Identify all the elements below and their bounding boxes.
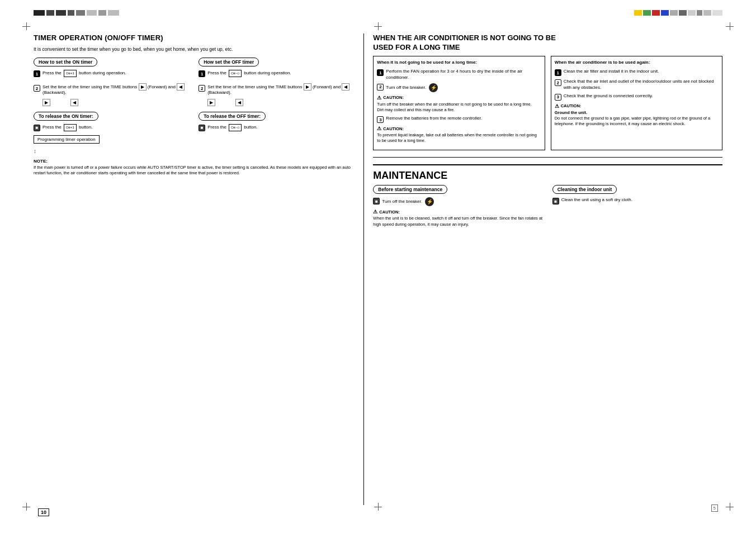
on-release-header: To release the ON timer: xyxy=(34,112,98,121)
before-maint-step1-text: Turn off the breaker. ⚡ xyxy=(382,197,434,206)
left-column: TIMER OPERATION (ON/OFF TIMER) It is con… xyxy=(34,34,364,505)
crosshair-tr xyxy=(726,22,734,30)
timer-subtitle: It is convenient to set the timer when y… xyxy=(34,46,355,52)
crosshair-br xyxy=(726,503,734,511)
used-again-step3: 3 Check that the ground is connected cor… xyxy=(555,93,719,101)
timer-columns: How to set the ON timer 1 Press the ○e+1… xyxy=(34,58,355,154)
off-step2-text: Set the time of the timer using the TIME… xyxy=(207,84,355,96)
before-maint-step1: ■ Turn off the breaker. ⚡ xyxy=(373,197,543,206)
on-step2-num: 2 xyxy=(34,85,40,92)
not-used-caution1-label: ⚠ CAUTION: xyxy=(377,95,541,101)
off-release-header: To release the OFF timer: xyxy=(199,112,266,121)
on-timer-column: How to set the ON timer 1 Press the ○e+1… xyxy=(34,58,190,154)
caution-triangle-4: ⚠ xyxy=(373,209,377,215)
not-used-step2-num: 2 xyxy=(377,84,384,91)
before-maint-step1-num: ■ xyxy=(373,198,380,204)
not-used-caution1-text: Turn off the breaker when the air condit… xyxy=(377,102,541,113)
used-again-header: When the air conditioner is to be used a… xyxy=(555,60,719,65)
on-fwd-arrow: ▶ xyxy=(139,83,147,91)
used-again-box: When the air conditioner is to be used a… xyxy=(551,56,722,151)
prog-icon: ↕ xyxy=(34,148,190,154)
on-release-step: ■ Press the ○e+1 button. xyxy=(34,124,190,131)
note-text: If the main power is turned off or a pow… xyxy=(34,165,355,177)
not-used-step2: 2 Turn off the breaker. ⚡ xyxy=(377,83,541,92)
on-step1-num: 1 xyxy=(34,70,40,77)
used-again-step1-num: 1 xyxy=(555,69,561,76)
cleaning-step1-num: ■ xyxy=(552,198,559,204)
main-content: TIMER OPERATION (ON/OFF TIMER) It is con… xyxy=(34,34,722,505)
on-release-text: Press the ○e+1 button. xyxy=(42,124,92,131)
right-top-boxes: When it is not going to be used for a lo… xyxy=(373,56,722,158)
maintenance-title: MAINTENANCE xyxy=(373,170,722,182)
used-again-step3-text: Check that the ground is connected corre… xyxy=(564,93,653,99)
not-used-caution1: ⚠ CAUTION: Turn off the breaker when the… xyxy=(377,95,541,113)
off-release-num: ■ xyxy=(199,125,205,131)
before-maintenance-header: Before starting maintenance xyxy=(373,185,447,194)
top-bar-right xyxy=(634,10,722,16)
on-step2-text: Set the time of the timer using the TIME… xyxy=(42,84,190,96)
crosshair-center-top xyxy=(374,22,382,30)
off-fwd-arrow: ▶ xyxy=(304,83,311,91)
not-used-caution2-text: To prevent liquid leakage, take out all … xyxy=(377,132,541,144)
caution-triangle-3: ⚠ xyxy=(555,103,559,109)
not-used-step1: 1 Perform the FAN operation for 3 or 4 h… xyxy=(377,69,541,80)
used-again-caution-label: ⚠ CAUTION: xyxy=(555,103,719,109)
on-fwd-icon: ▶ xyxy=(42,99,50,106)
off-release-btn: ○e-○ xyxy=(229,124,242,131)
note-label: NOTE: xyxy=(34,159,355,164)
off-arrow-icons: ▶ ◀ xyxy=(207,99,355,106)
not-used-header: When it is not going to be used for a lo… xyxy=(377,60,541,65)
maintenance-columns: Before starting maintenance ■ Turn off t… xyxy=(373,185,722,230)
off-timer-column: How set the OFF timer 1 Press the ○e-○ b… xyxy=(199,58,355,154)
crosshair-tl xyxy=(22,22,30,30)
not-used-step1-num: 1 xyxy=(377,69,384,76)
off-bwd-arrow: ◀ xyxy=(342,83,349,91)
before-maint-caution-label: ⚠ CAUTION: xyxy=(373,209,543,215)
cleaning-step1: ■ Clean the unit using a soft dry cloth. xyxy=(552,197,722,204)
not-used-step3-text: Remove the batteries from the remote con… xyxy=(386,116,482,121)
maintenance-divider xyxy=(373,164,722,165)
end-marker: 5 xyxy=(711,505,718,512)
not-used-caution2-label: ⚠ CAUTION: xyxy=(377,126,541,131)
on-timer-header: How to set the ON timer xyxy=(34,58,97,66)
cleaning-col: Cleaning the indoor unit ■ Clean the uni… xyxy=(552,185,722,230)
on-arrow-icons: ▶ ◀ xyxy=(42,99,190,106)
used-again-caution: ⚠ CAUTION: Ground the unit. Do not conne… xyxy=(555,103,719,127)
used-again-step2-text: Check that the air inlet and outlet of t… xyxy=(564,79,719,91)
not-used-step3: 3 Remove the batteries from the remote c… xyxy=(377,116,541,123)
on-step2: 2 Set the time of the timer using the TI… xyxy=(34,84,190,96)
caution-triangle-2: ⚠ xyxy=(377,126,381,131)
before-maint-caution: ⚠ CAUTION: When the unit is to be cleane… xyxy=(373,209,543,227)
on-release-num: ■ xyxy=(34,125,40,131)
crosshair-bl xyxy=(22,503,30,511)
off-step2: 2 Set the time of the timer using the TI… xyxy=(199,84,355,96)
on-btn1: ○e+1 xyxy=(64,70,77,77)
right-column: WHEN THE AIR CONDITIONER IS NOT GOING TO… xyxy=(364,34,722,505)
off-btn1: ○e-○ xyxy=(229,70,242,77)
cleaning-header: Cleaning the indoor unit xyxy=(552,185,617,194)
not-used-step2-text: Turn off the breaker. ⚡ xyxy=(386,83,438,92)
used-again-caution-text: Do not connect the ground to a gas pipe,… xyxy=(555,116,719,127)
caution-triangle-1: ⚠ xyxy=(377,95,381,101)
not-used-caution2: ⚠ CAUTION: To prevent liquid leakage, ta… xyxy=(377,126,541,144)
on-bwd-arrow: ◀ xyxy=(177,83,185,91)
not-used-step3-num: 3 xyxy=(377,116,384,123)
off-release-text: Press the ○e-○ button. xyxy=(207,124,257,131)
used-again-caution-sub: Ground the unit. xyxy=(555,110,719,116)
page-number: 10 xyxy=(38,508,49,516)
used-again-step2-num: 2 xyxy=(555,79,561,86)
off-step1-text: Press the ○e-○ button during operation. xyxy=(207,70,291,77)
used-again-step2: 2 Check that the air inlet and outlet of… xyxy=(555,79,719,91)
off-step1: 1 Press the ○e-○ button during operation… xyxy=(199,70,355,77)
maint-breaker-icon: ⚡ xyxy=(425,197,434,206)
before-maint-caution-text: When the unit is to be cleaned, switch i… xyxy=(373,216,543,227)
cleaning-step1-text: Clean the unit using a soft dry cloth. xyxy=(561,197,632,203)
used-again-step1-text: Clean the air filter and install it in t… xyxy=(564,69,659,74)
not-used-section-title: WHEN THE AIR CONDITIONER IS NOT GOING TO… xyxy=(373,34,722,53)
not-used-box: When it is not going to be used for a lo… xyxy=(373,56,545,151)
used-again-step3-num: 3 xyxy=(555,94,561,101)
off-step2-num: 2 xyxy=(199,85,205,92)
off-fwd-icon: ▶ xyxy=(207,99,215,106)
used-again-step1: 1 Clean the air filter and install it in… xyxy=(555,69,719,76)
on-step1-text: Press the ○e+1 button during operation. xyxy=(42,70,126,77)
